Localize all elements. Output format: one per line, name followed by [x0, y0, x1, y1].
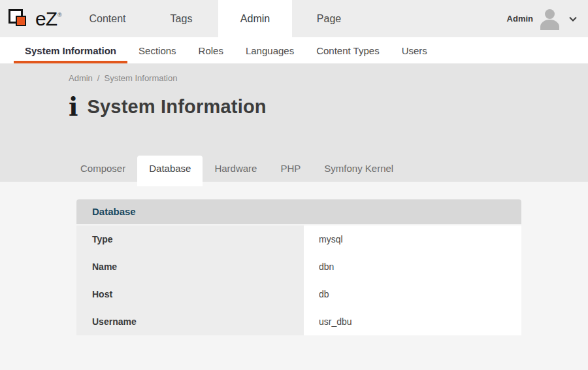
row-label-username: Username — [76, 308, 304, 335]
logo-orange-square — [16, 16, 26, 26]
panel-title: Database — [76, 199, 521, 224]
chevron-down-icon — [567, 13, 579, 25]
info-icon: i — [69, 93, 78, 120]
subnav-content-types[interactable]: Content Types — [305, 37, 390, 63]
user-menu[interactable]: Admin — [507, 0, 588, 37]
main-nav: Content Tags Admin Page — [71, 0, 366, 37]
subnav-languages[interactable]: Languages — [235, 37, 305, 63]
breadcrumb-separator: / — [97, 73, 100, 83]
row-value-type: mysql — [304, 226, 521, 253]
title-row: i System Information — [69, 94, 588, 119]
logo-text: eZ — [35, 9, 57, 29]
subnav-roles[interactable]: Roles — [188, 37, 235, 63]
panel-body: Type mysql Name dbn Host db Username usr… — [76, 226, 521, 335]
database-panel: Database Type mysql Name dbn Host db Use… — [76, 199, 521, 335]
main-nav-page[interactable]: Page — [292, 0, 366, 37]
tab-database[interactable]: Database — [137, 156, 203, 186]
row-value-username: usr_dbu — [304, 308, 521, 335]
main-nav-content[interactable]: Content — [71, 0, 144, 37]
tab-content-area: Database Type mysql Name dbn Host db Use… — [0, 182, 588, 370]
table-row: Name dbn — [76, 253, 521, 280]
tab-composer[interactable]: Composer — [69, 156, 137, 182]
user-name: Admin — [507, 14, 533, 24]
ez-logo[interactable]: eZ ® — [0, 0, 71, 37]
main-nav-admin[interactable]: Admin — [218, 0, 292, 37]
tab-php[interactable]: PHP — [269, 156, 312, 182]
registered-trademark: ® — [57, 12, 62, 18]
tab-symfony-kernel[interactable]: Symfony Kernel — [312, 156, 405, 182]
ez-logo-icon — [8, 8, 35, 30]
page-title: System Information — [87, 96, 266, 118]
avatar-icon — [539, 8, 561, 30]
row-label-host: Host — [76, 280, 304, 308]
admin-sub-nav: System Information Sections Roles Langua… — [0, 37, 588, 63]
page-header: Admin/System Information i System Inform… — [0, 63, 588, 182]
row-value-name: dbn — [304, 253, 521, 280]
subnav-system-information[interactable]: System Information — [14, 37, 127, 63]
tab-hardware[interactable]: Hardware — [203, 156, 269, 182]
breadcrumb-admin[interactable]: Admin — [69, 73, 93, 83]
subnav-users[interactable]: Users — [391, 37, 438, 63]
system-info-tabs: Composer Database Hardware PHP Symfony K… — [69, 156, 405, 182]
subnav-sections[interactable]: Sections — [127, 37, 188, 63]
top-bar: eZ ® Content Tags Admin Page Admin — [0, 0, 588, 37]
table-row: Type mysql — [76, 226, 521, 253]
table-row: Host db — [76, 280, 521, 308]
table-row: Username usr_dbu — [76, 308, 521, 335]
row-label-type: Type — [76, 226, 304, 253]
breadcrumb-system-information: System Information — [104, 73, 177, 83]
main-nav-tags[interactable]: Tags — [144, 0, 218, 37]
row-label-name: Name — [76, 253, 304, 280]
breadcrumb: Admin/System Information — [69, 63, 588, 83]
row-value-host: db — [304, 280, 521, 308]
